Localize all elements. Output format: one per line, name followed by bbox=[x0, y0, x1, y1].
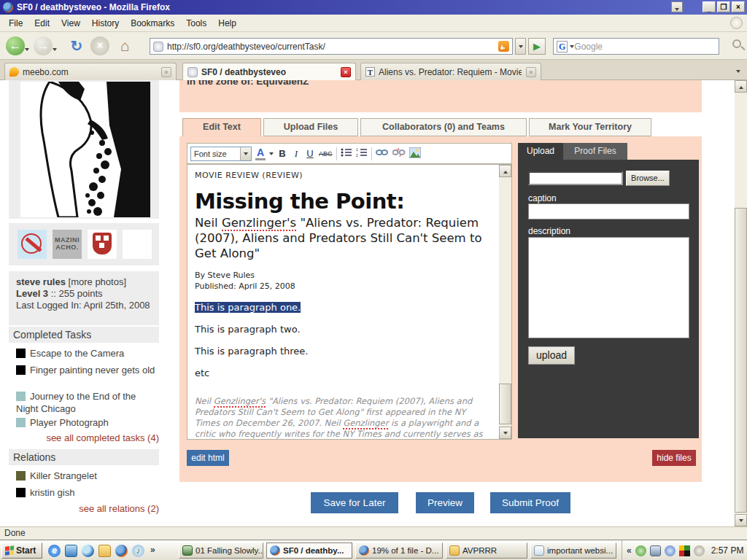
tab-avp[interactable]: T Aliens vs. Predator: Requiem - Movie -… bbox=[360, 63, 541, 80]
close-icon[interactable]: × bbox=[341, 67, 351, 77]
browse-button[interactable]: Browse... bbox=[626, 171, 670, 186]
folder-icon[interactable] bbox=[98, 545, 111, 557]
menu-history[interactable]: History bbox=[86, 16, 125, 31]
messenger-icon[interactable] bbox=[65, 545, 77, 557]
home-button[interactable]: ⌂ bbox=[115, 36, 134, 55]
font-color-dropdown[interactable] bbox=[269, 152, 274, 155]
edit-html-button[interactable]: edit html bbox=[187, 450, 229, 466]
scrollbar-thumb[interactable] bbox=[499, 384, 511, 424]
rss-icon[interactable] bbox=[498, 41, 509, 52]
color-app-icon[interactable] bbox=[679, 545, 690, 556]
insert-image-button[interactable] bbox=[409, 147, 421, 160]
thunderbird-icon[interactable] bbox=[82, 545, 94, 557]
minimize-button[interactable]: _ bbox=[703, 1, 716, 12]
menu-tools[interactable]: Tools bbox=[180, 16, 212, 31]
quick-launch-overflow[interactable]: » bbox=[150, 545, 155, 555]
close-icon[interactable]: × bbox=[161, 67, 171, 77]
relation-item[interactable]: kristin gish bbox=[16, 486, 159, 499]
menu-bookmarks[interactable]: Bookmarks bbox=[125, 16, 180, 31]
tab-upload[interactable]: Upload bbox=[518, 143, 563, 160]
firefox-icon[interactable] bbox=[115, 545, 128, 557]
tab-upload-files[interactable]: Upload Files bbox=[263, 118, 358, 136]
close-icon[interactable]: × bbox=[526, 67, 536, 77]
tab-collaborators[interactable]: Collaborators (0) and Teams bbox=[360, 118, 527, 136]
description-textarea[interactable] bbox=[528, 237, 689, 338]
toolbar-overflow-button[interactable] bbox=[671, 1, 683, 12]
badge-crest-icon[interactable] bbox=[88, 230, 117, 259]
completed-task-item[interactable]: Player Photograph bbox=[16, 416, 159, 429]
stop-button[interactable]: × bbox=[90, 36, 109, 55]
volume-icon[interactable] bbox=[694, 545, 705, 556]
see-all-tasks-link[interactable]: see all completed tasks (4) bbox=[9, 432, 159, 443]
go-button[interactable]: ▶ bbox=[528, 38, 546, 55]
close-button[interactable]: × bbox=[732, 1, 745, 12]
taskbar-item-music[interactable]: 01 Falling Slowly... bbox=[179, 542, 263, 559]
preview-button[interactable]: Preview bbox=[416, 492, 474, 513]
url-input[interactable] bbox=[167, 42, 498, 52]
list-all-tabs-button[interactable] bbox=[732, 66, 744, 77]
completed-task-item[interactable]: Journey to the End of the Night Chicago bbox=[16, 390, 159, 415]
badge-blank[interactable] bbox=[123, 230, 152, 259]
taskbar-item-sf0[interactable]: SF0 / deathby... bbox=[266, 542, 352, 559]
font-color-button[interactable]: A bbox=[255, 147, 266, 160]
tab-mark-territory[interactable]: Mark Your Territory bbox=[529, 118, 651, 136]
remove-link-button[interactable] bbox=[392, 147, 406, 160]
insert-link-button[interactable] bbox=[376, 148, 389, 159]
menu-help[interactable]: Help bbox=[212, 16, 242, 31]
profile-photo[interactable] bbox=[20, 82, 150, 217]
scroll-up-button[interactable] bbox=[499, 165, 511, 177]
network-icon[interactable] bbox=[650, 545, 661, 556]
completed-task-item[interactable]: Finger painting never gets old bbox=[16, 364, 159, 376]
underline-button[interactable]: U bbox=[305, 148, 315, 159]
taskbar-item-folder[interactable]: AVPRRR bbox=[446, 542, 527, 559]
search-icon[interactable] bbox=[732, 39, 741, 48]
scrollbar-thumb[interactable] bbox=[735, 208, 747, 513]
tab-meebo[interactable]: meebo.com × bbox=[4, 63, 177, 80]
menu-edit[interactable]: Edit bbox=[28, 16, 55, 31]
see-all-relations-link[interactable]: see all relations (2) bbox=[9, 503, 159, 514]
badge-cgb-icon[interactable] bbox=[18, 230, 47, 259]
internet-explorer-icon[interactable]: e bbox=[48, 545, 61, 557]
url-history-dropdown[interactable] bbox=[515, 38, 526, 55]
utorrent-icon[interactable] bbox=[635, 545, 646, 556]
back-button[interactable]: ← bbox=[6, 36, 25, 55]
menu-view[interactable]: View bbox=[55, 16, 86, 31]
more-photos-link[interactable]: [more photos] bbox=[66, 276, 126, 287]
file-path-input[interactable] bbox=[528, 171, 623, 185]
editor-area[interactable]: MOVIE REVIEW (REVIEW) Missing the Point:… bbox=[187, 164, 512, 440]
itunes-icon[interactable]: ♪ bbox=[132, 545, 144, 557]
strikethrough-button[interactable]: ABC bbox=[319, 150, 333, 158]
editor-scrollbar[interactable] bbox=[499, 165, 511, 439]
submit-proof-button[interactable]: Submit Proof bbox=[490, 492, 570, 513]
italic-button[interactable]: I bbox=[291, 148, 301, 160]
relation-item[interactable]: Killer Strangelet bbox=[16, 470, 159, 482]
taskbar-item-download[interactable]: 19% of 1 file - D... bbox=[355, 542, 443, 559]
taskbar-item-notepad[interactable]: important websi... bbox=[530, 542, 616, 559]
caption-input[interactable] bbox=[528, 203, 689, 219]
messenger-tray-icon[interactable] bbox=[665, 545, 676, 556]
search-input[interactable] bbox=[574, 42, 716, 52]
badge-mazini-icon[interactable]: MAZINIACHO. bbox=[53, 230, 82, 259]
tray-chevron[interactable]: « bbox=[627, 545, 632, 556]
restore-button[interactable]: ❐ bbox=[717, 1, 730, 12]
page-scrollbar[interactable] bbox=[735, 80, 747, 526]
scroll-up-button[interactable] bbox=[735, 80, 747, 93]
tab-edit-text[interactable]: Edit Text bbox=[182, 118, 261, 137]
save-for-later-button[interactable]: Save for Later bbox=[311, 492, 398, 513]
completed-task-item[interactable]: Escape to the Camera bbox=[16, 347, 159, 359]
forward-dropdown[interactable] bbox=[53, 44, 59, 50]
hide-files-button[interactable]: hide files bbox=[652, 450, 696, 466]
scroll-down-button[interactable] bbox=[499, 427, 511, 439]
upload-button[interactable]: upload bbox=[528, 346, 575, 365]
scroll-down-button[interactable] bbox=[735, 514, 747, 526]
forward-button[interactable]: → bbox=[34, 36, 53, 55]
bullet-list-button[interactable] bbox=[341, 147, 352, 160]
bold-button[interactable]: B bbox=[277, 148, 287, 159]
menu-file[interactable]: File bbox=[3, 16, 28, 31]
numbered-list-button[interactable]: 12 bbox=[356, 147, 368, 160]
tab-sf0[interactable]: SF0 / deathbysteveo × bbox=[182, 63, 356, 80]
start-button[interactable]: Start bbox=[1, 542, 42, 559]
font-size-select[interactable]: Font size bbox=[190, 147, 252, 161]
back-dropdown[interactable] bbox=[25, 44, 31, 50]
tab-proof-files[interactable]: Proof Files bbox=[563, 143, 627, 160]
